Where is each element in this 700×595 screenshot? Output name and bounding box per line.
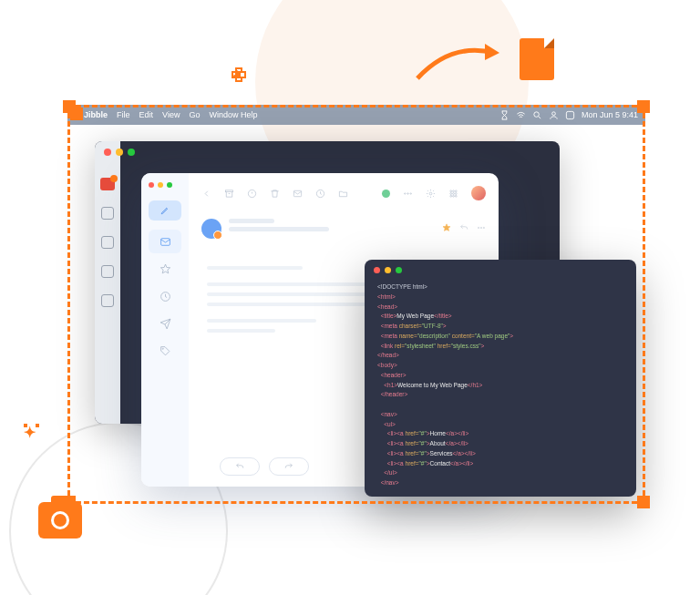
plus-decoration-icon: ✦ [232, 67, 242, 78]
share-arrow-icon [410, 35, 510, 93]
plus-decoration-icon: ✦ [24, 424, 37, 437]
screenshot-selection[interactable] [67, 105, 645, 504]
document-icon [520, 38, 554, 80]
camera-icon [38, 502, 82, 539]
